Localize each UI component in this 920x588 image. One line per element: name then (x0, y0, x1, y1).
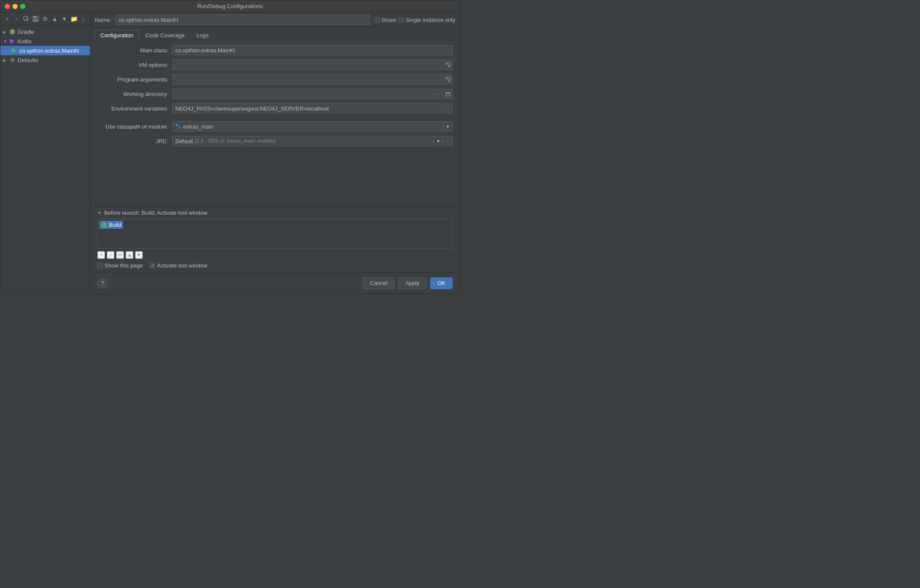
vm-options-label: VM options: (97, 62, 172, 68)
svg-rect-18 (178, 126, 181, 129)
apply-button[interactable]: Apply (398, 277, 427, 289)
run-config-icon (11, 47, 18, 54)
close-button[interactable] (5, 4, 10, 9)
tabs-bar: Configuration Code Coverage Logs (90, 27, 460, 40)
sidebar-tree: ▶ Gradle ▼ Kotlin (0, 25, 90, 294)
tab-logs[interactable]: Logs (191, 30, 214, 40)
tree-arrow-gradle: ▶ (3, 30, 9, 34)
folder-button[interactable]: 📁 (70, 15, 78, 23)
jre-value: Default (175, 138, 193, 144)
jre-hint: (1.8 - SDK of 'extras_main' module) (195, 138, 276, 144)
vm-options-row: VM options: (97, 59, 453, 70)
sidebar-item-gradle[interactable]: ▶ Gradle (0, 27, 90, 36)
show-this-page-label[interactable]: Show this page (97, 262, 143, 269)
main-class-input[interactable] (172, 45, 453, 55)
program-args-label: Program arguments: (97, 76, 172, 83)
move-up-button[interactable]: ▲ (51, 15, 59, 23)
sidebar-item-gradle-label: Gradle (18, 29, 34, 35)
working-dir-more-button[interactable]: ··· (433, 89, 442, 99)
svg-rect-20 (104, 223, 105, 228)
launch-remove-button[interactable]: − (107, 251, 114, 259)
before-launch-collapse-arrow: ▼ (97, 210, 102, 215)
jre-field: Default (1.8 - SDK of 'extras_main' modu… (172, 136, 453, 146)
jre-label: JRE: (97, 138, 172, 144)
svg-marker-6 (10, 39, 15, 44)
svg-rect-17 (176, 124, 178, 126)
svg-rect-4 (34, 19, 37, 21)
show-this-page-checkbox[interactable] (97, 263, 103, 268)
vm-options-expand-button[interactable] (443, 60, 453, 70)
sidebar-item-kotlin[interactable]: ▼ Kotlin (0, 36, 90, 46)
single-instance-checkbox-label[interactable]: Single instance only (398, 17, 455, 23)
svg-rect-1 (24, 16, 27, 20)
maximize-button[interactable] (20, 4, 25, 9)
launch-down-button[interactable]: ▼ (135, 251, 143, 259)
before-launch-header[interactable]: ▼ Before launch: Build, Activate tool wi… (97, 210, 453, 216)
share-checkbox[interactable] (374, 17, 380, 23)
config-panel: Main class: VM options: (90, 40, 460, 206)
tab-configuration[interactable]: Configuration (95, 30, 139, 40)
classpath-dropdown[interactable]: extras_main (172, 121, 443, 132)
minimize-button[interactable] (12, 4, 18, 9)
activate-tool-window-text: Activate tool window (157, 262, 207, 269)
svg-rect-8 (446, 63, 448, 64)
classpath-value: extras_main (183, 123, 213, 130)
program-args-row: Program arguments: (97, 74, 453, 85)
build-icon (101, 222, 107, 228)
move-down-button[interactable]: ▼ (60, 15, 68, 23)
main-class-label: Main class: (97, 47, 172, 54)
before-launch-title: Before launch: Build, Activate tool wind… (104, 210, 207, 216)
module-icon (175, 123, 181, 129)
working-dir-label: Working directory: (97, 91, 172, 97)
name-input[interactable] (115, 15, 370, 25)
remove-config-button[interactable]: − (12, 15, 21, 23)
top-bar: Name: Share Single instance only (90, 12, 460, 27)
svg-rect-9 (448, 65, 450, 67)
single-instance-label: Single instance only (406, 17, 455, 23)
jre-row: JRE: Default (1.8 - SDK of 'extras_main'… (97, 135, 453, 147)
show-this-page-text: Show this page (105, 262, 143, 269)
single-instance-checkbox[interactable] (398, 17, 404, 23)
build-item[interactable]: Build (99, 221, 123, 229)
kotlin-icon (9, 38, 16, 45)
jre-dropdown-arrow[interactable]: ▼ (434, 136, 443, 146)
activate-tool-window-label[interactable]: ✓ Activate tool window (150, 262, 207, 269)
help-button[interactable]: ? (97, 278, 108, 288)
sort-button[interactable]: ↕ (79, 15, 87, 23)
env-vars-more-button[interactable]: ··· (443, 103, 453, 114)
env-vars-input[interactable] (172, 103, 442, 114)
sidebar-item-defaults-label: Defaults (18, 57, 38, 63)
cancel-button[interactable]: Cancel (363, 277, 394, 289)
jre-browse-button[interactable]: ··· (443, 136, 453, 146)
sidebar-item-mainkt[interactable]: co.vpthon.extras.MainKt (0, 46, 90, 55)
share-checkbox-label[interactable]: Share (374, 17, 397, 23)
working-dir-row: Working directory: ··· (97, 88, 453, 99)
launch-up-button[interactable]: ▲ (126, 251, 133, 259)
save-config-button[interactable] (32, 15, 40, 23)
vm-options-input[interactable] (172, 60, 442, 70)
env-vars-field: ··· (172, 103, 453, 114)
vm-options-field (172, 60, 453, 70)
env-vars-label: Environment variables: (97, 105, 172, 112)
classpath-field: extras_main ▼ (172, 121, 453, 132)
classpath-dropdown-arrow[interactable]: ▼ (443, 121, 453, 132)
add-config-button[interactable]: + (3, 15, 11, 23)
launch-edit-button[interactable]: ✏ (116, 251, 124, 259)
sidebar: + − ⚙ ▲ ▼ 📁 ↕ ▶ (0, 12, 90, 294)
main-class-field (172, 45, 453, 55)
tab-code-coverage[interactable]: Code Coverage (140, 30, 190, 40)
working-dir-browse-button[interactable] (443, 89, 453, 99)
settings-button[interactable]: ⚙ (41, 15, 49, 23)
activate-tool-window-checkbox[interactable]: ✓ (150, 263, 155, 268)
before-launch-section: ▼ Before launch: Build, Activate tool wi… (90, 206, 460, 272)
working-dir-input[interactable] (172, 89, 432, 99)
program-args-expand-button[interactable] (443, 74, 453, 84)
copy-config-button[interactable] (22, 15, 30, 23)
jre-dropdown[interactable]: Default (1.8 - SDK of 'extras_main' modu… (172, 136, 434, 146)
sidebar-item-defaults[interactable]: ▶ ⚙ Defaults (0, 55, 90, 65)
titlebar: Run/Debug Configurations (0, 0, 460, 12)
launch-add-button[interactable]: + (97, 251, 105, 259)
ok-button[interactable]: OK (430, 277, 453, 289)
program-args-input[interactable] (172, 74, 442, 84)
svg-rect-12 (446, 77, 448, 79)
